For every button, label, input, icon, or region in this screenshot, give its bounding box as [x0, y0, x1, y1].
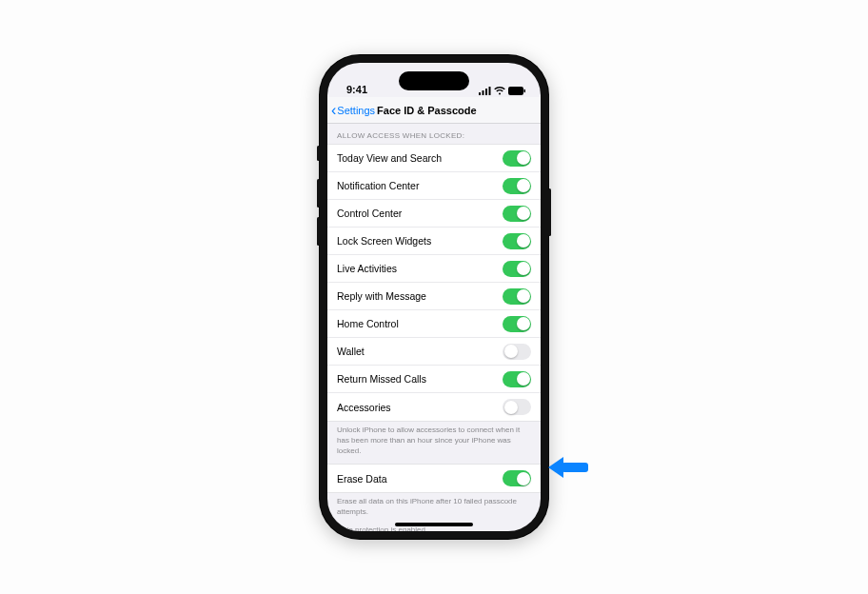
svg-rect-2	[485, 89, 487, 95]
toggle-switch[interactable]	[503, 371, 531, 387]
row-label: Lock Screen Widgets	[337, 235, 431, 247]
phone-screen: 9:41 ‹ Settings Face ID & Passcode ALLOW…	[327, 63, 541, 531]
svg-rect-4	[508, 87, 523, 95]
toggle-switch[interactable]	[503, 233, 531, 249]
toggle-switch[interactable]	[503, 178, 531, 194]
toggle-switch[interactable]	[503, 316, 531, 332]
svg-rect-1	[483, 90, 484, 95]
status-indicators	[479, 87, 525, 95]
row-label: Wallet	[337, 346, 365, 357]
row-label: Erase Data	[337, 473, 387, 485]
section-footer-erase: Erase all data on this iPhone after 10 f…	[327, 493, 541, 525]
table-row: Wallet	[327, 338, 541, 366]
table-row: Lock Screen Widgets	[327, 228, 541, 255]
callout-arrow	[554, 459, 592, 476]
row-label: Home Control	[337, 318, 399, 329]
phone-frame: 9:41 ‹ Settings Face ID & Passcode ALLOW…	[320, 55, 548, 539]
back-label: Settings	[337, 105, 375, 116]
row-label: Today View and Search	[337, 152, 442, 164]
nav-bar: ‹ Settings Face ID & Passcode	[327, 97, 541, 124]
volume-up-button	[317, 179, 320, 208]
volume-down-button	[317, 217, 320, 246]
erase-group: Erase Data	[327, 464, 541, 493]
toggle-switch[interactable]	[503, 399, 531, 415]
toggle-switch[interactable]	[503, 206, 531, 222]
row-label: Return Missed Calls	[337, 373, 426, 385]
section-footer-access: Unlock iPhone to allow accessories to co…	[327, 422, 541, 464]
table-row: Notification Center	[327, 172, 541, 200]
row-label: Reply with Message	[337, 290, 426, 302]
svg-rect-0	[479, 92, 481, 95]
table-row: Return Missed Calls	[327, 366, 541, 393]
toggle-switch[interactable]	[503, 344, 531, 360]
back-button[interactable]: ‹ Settings	[331, 103, 375, 118]
table-row: Live Activities	[327, 255, 541, 283]
toggle-switch[interactable]	[503, 150, 531, 167]
row-label: Live Activities	[337, 263, 397, 274]
toggle-erase-data[interactable]	[503, 470, 531, 486]
toggle-switch[interactable]	[503, 261, 531, 277]
home-indicator	[395, 523, 473, 526]
cellular-icon	[479, 87, 491, 95]
table-row: Today View and Search	[327, 145, 541, 172]
svg-rect-3	[489, 87, 491, 95]
toggle-switch[interactable]	[503, 288, 531, 305]
section-header-access: ALLOW ACCESS WHEN LOCKED:	[327, 124, 541, 144]
row-label: Notification Center	[337, 180, 419, 191]
ringer-switch	[317, 146, 320, 161]
svg-rect-5	[524, 89, 526, 92]
table-row: Accessories	[327, 393, 541, 421]
chevron-left-icon: ‹	[331, 103, 336, 118]
dynamic-island	[399, 71, 469, 90]
row-label: Accessories	[337, 402, 391, 413]
table-row: Control Center	[327, 200, 541, 228]
battery-icon	[508, 87, 525, 95]
status-time: 9:41	[346, 84, 367, 95]
row-erase-data: Erase Data	[327, 465, 541, 492]
side-button	[548, 188, 551, 236]
access-group: Today View and SearchNotification Center…	[327, 144, 541, 422]
table-row: Home Control	[327, 310, 541, 338]
wifi-icon	[494, 87, 505, 95]
row-label: Control Center	[337, 208, 402, 219]
settings-content: ALLOW ACCESS WHEN LOCKED: Today View and…	[327, 124, 541, 531]
page-title: Face ID & Passcode	[377, 105, 477, 116]
table-row: Reply with Message	[327, 283, 541, 310]
